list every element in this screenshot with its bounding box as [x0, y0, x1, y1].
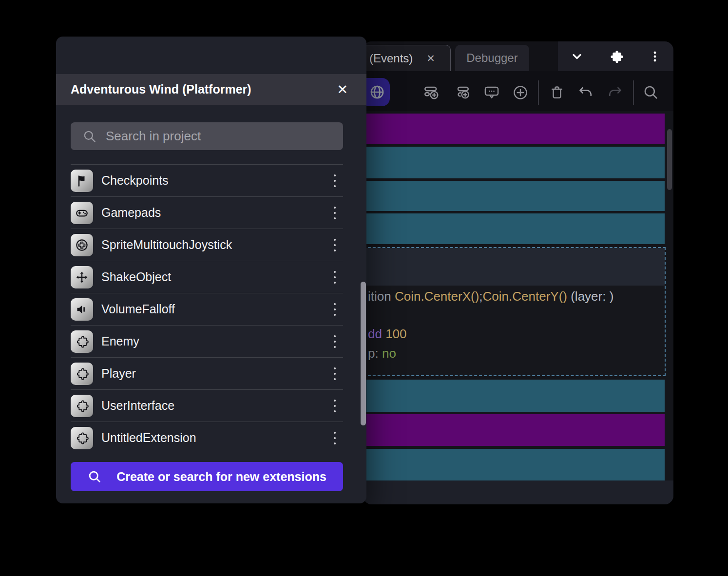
dialog-scrollbar[interactable]: [361, 282, 366, 425]
trash-icon: [549, 84, 565, 101]
collapse-tabs-button[interactable]: [568, 48, 586, 65]
tab-events[interactable]: (Events) ✕: [363, 45, 451, 71]
event-action-line: p: no: [368, 346, 396, 361]
create-extension-button[interactable]: Create or search for new extensions: [71, 462, 343, 491]
list-item-checkpoints[interactable]: Checkpoints: [71, 164, 343, 196]
event-action-line: dd 100: [368, 326, 407, 342]
desktop: (Events) ✕ Debugger: [0, 0, 728, 576]
list-item-volumefalloff[interactable]: VolumeFalloff: [71, 293, 343, 325]
dialog-close-button[interactable]: ✕: [337, 74, 348, 105]
row-menu-button[interactable]: [327, 395, 342, 417]
extensions-button[interactable]: [607, 48, 625, 65]
dialog-title: Adventurous Wind (Platformer): [71, 82, 251, 96]
puzzle-icon: [71, 363, 93, 385]
tab-bar: (Events) ✕ Debugger: [363, 41, 673, 71]
selected-event-conditions: [364, 248, 665, 286]
create-extension-label: Create or search for new extensions: [116, 470, 326, 484]
volume-icon: [71, 298, 93, 321]
row-menu-button[interactable]: [327, 170, 342, 192]
event-row[interactable]: [363, 380, 665, 412]
toolbar-divider: [633, 80, 634, 105]
event-sheet-footer: [363, 480, 673, 504]
add-comment-button[interactable]: [483, 84, 500, 101]
undo-button[interactable]: [577, 84, 594, 101]
row-menu-button[interactable]: [327, 234, 342, 256]
kebab-menu-icon: [648, 50, 662, 63]
row-menu-button[interactable]: [327, 299, 342, 320]
tab-close-icon[interactable]: ✕: [426, 53, 435, 63]
row-menu-button[interactable]: [327, 331, 342, 352]
event-action-line: ition Coin.CenterX();Coin.CenterY() (lay…: [368, 289, 613, 304]
event-row[interactable]: [363, 181, 665, 211]
tab-debugger-label: Debugger: [466, 51, 517, 65]
add-instruction-button[interactable]: [512, 84, 529, 101]
toolbar-divider: [538, 80, 539, 105]
flag-icon: [71, 170, 93, 192]
event-row[interactable]: [363, 414, 665, 446]
delete-button[interactable]: [548, 84, 566, 101]
selected-event[interactable]: ition Coin.CenterX();Coin.CenterY() (lay…: [363, 247, 666, 376]
list-item-shakeobject[interactable]: ShakeObject: [71, 261, 343, 293]
add-subevent-icon: [455, 84, 472, 101]
row-menu-button[interactable]: [327, 202, 342, 224]
events-scrollbar[interactable]: [667, 129, 672, 190]
add-comment-icon: [483, 84, 500, 101]
search-icon: [82, 129, 97, 144]
puzzle-icon: [71, 427, 93, 449]
add-event-icon: [423, 84, 440, 101]
search-events-button[interactable]: [642, 84, 660, 101]
extensions-list: Checkpoints Gamepads SpriteMultitouchJoy…: [71, 164, 343, 454]
circle-plus-icon: [512, 84, 529, 101]
search-input[interactable]: [106, 129, 310, 144]
event-row[interactable]: [363, 147, 665, 178]
extensions-dialog: Adventurous Wind (Platformer) ✕ Checkpoi…: [56, 37, 366, 503]
row-menu-button[interactable]: [327, 427, 342, 449]
redo-icon: [607, 84, 623, 101]
list-item-spritemultitouchjoystick[interactable]: SpriteMultitouchJoystick: [71, 229, 343, 261]
dialog-titlebar: Adventurous Wind (Platformer) ✕: [56, 74, 366, 105]
move-arrows-icon: [71, 266, 93, 288]
list-item-player[interactable]: Player: [71, 357, 343, 389]
list-item-userinterface[interactable]: UserInterface: [71, 389, 343, 422]
chevron-down-icon: [570, 49, 584, 64]
project-search-field[interactable]: [71, 122, 343, 150]
event-row[interactable]: [363, 213, 665, 244]
event-sheet: ition Coin.CenterX();Coin.CenterY() (lay…: [363, 111, 673, 504]
search-icon: [643, 84, 659, 101]
globe-button[interactable]: [363, 78, 390, 106]
window-menu-button[interactable]: [646, 48, 664, 65]
events-toolbar: [363, 71, 673, 111]
add-event-button[interactable]: [423, 84, 441, 101]
tab-events-label: (Events): [369, 52, 413, 65]
events-editor-window: (Events) ✕ Debugger: [363, 41, 673, 504]
undo-icon: [577, 84, 594, 101]
list-item-enemy[interactable]: Enemy: [71, 325, 343, 357]
globe-icon: [369, 84, 385, 100]
joystick-icon: [71, 234, 93, 256]
tab-debugger[interactable]: Debugger: [455, 45, 529, 71]
search-icon: [87, 469, 102, 484]
row-menu-button[interactable]: [327, 267, 342, 288]
add-subevent-button[interactable]: [455, 84, 472, 101]
puzzle-icon: [71, 395, 93, 417]
redo-button[interactable]: [606, 84, 624, 101]
row-menu-button[interactable]: [327, 363, 342, 384]
gamepad-icon: [71, 202, 93, 224]
puzzle-icon: [608, 49, 624, 64]
tabbar-right-controls: [558, 41, 673, 71]
event-row[interactable]: [363, 114, 665, 144]
list-item-untitledextension[interactable]: UntitledExtension: [71, 422, 343, 454]
list-item-gamepads[interactable]: Gamepads: [71, 196, 343, 229]
event-row[interactable]: [363, 449, 665, 480]
puzzle-icon: [71, 330, 93, 353]
